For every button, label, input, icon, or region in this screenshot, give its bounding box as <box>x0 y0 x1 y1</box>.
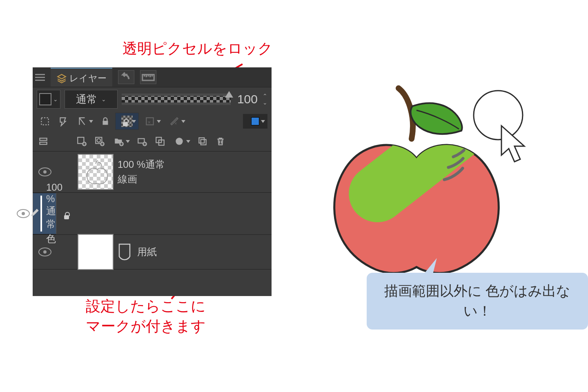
duplicate-layer-button[interactable] <box>194 133 211 149</box>
palette-color-select[interactable]: ⌄ <box>37 90 60 109</box>
new-frame-button[interactable] <box>134 133 150 149</box>
pencil-icon <box>30 207 40 218</box>
transfer-layer-button[interactable] <box>152 133 168 149</box>
svg-rect-6 <box>40 142 47 144</box>
eye-icon <box>17 209 30 218</box>
blend-opacity-row: ⌄ 通常⌄ 100 ⌃⌄ <box>33 87 272 111</box>
lock-transparent-icon <box>121 116 133 127</box>
visibility-toggle[interactable] <box>33 247 57 256</box>
eye-icon <box>38 247 51 256</box>
reference-layer-button[interactable] <box>55 113 71 129</box>
illustration-apple <box>302 82 539 294</box>
layer-row-paper[interactable]: 用紙 <box>33 234 272 270</box>
svg-rect-5 <box>40 138 47 140</box>
layer-row-lineart[interactable]: 100 %通常 線画 <box>33 151 272 193</box>
layer-thumbnail <box>78 154 114 190</box>
edit-indicator[interactable] <box>30 207 40 220</box>
layer-opacity-line: 100 %通常 <box>118 158 165 171</box>
eye-icon <box>38 167 51 176</box>
new-vector-layer-button[interactable] <box>91 133 108 149</box>
color-swatch-icon <box>39 93 51 105</box>
layer-name: 用紙 <box>137 245 157 258</box>
tab-layers[interactable]: レイヤー <box>51 68 112 87</box>
svg-rect-19 <box>201 140 206 145</box>
layer-thumbnail <box>78 234 114 270</box>
mask-dropdown[interactable]: × <box>140 113 163 129</box>
callout-text: 描画範囲以外に 色がはみ出ない！ <box>384 283 570 318</box>
delete-layer-button[interactable] <box>212 133 229 149</box>
cursor-icon <box>501 126 524 162</box>
svg-point-10 <box>97 139 101 143</box>
svg-point-17 <box>176 138 183 145</box>
layer-tool-row-1: × × <box>33 111 272 131</box>
lock-transparent-pixels-button[interactable] <box>115 113 139 130</box>
undo-button[interactable] <box>118 70 134 84</box>
opacity-value: 100 <box>237 92 258 106</box>
ruler-dropdown[interactable]: × <box>165 113 188 129</box>
visibility-toggle[interactable] <box>33 167 57 176</box>
visibility-toggle[interactable] <box>17 209 30 218</box>
blend-mode-label: 通常 <box>76 92 97 107</box>
opacity-slider[interactable] <box>122 94 231 105</box>
undo-icon <box>118 69 134 85</box>
clip-mask-button[interactable] <box>37 113 53 129</box>
settings-button[interactable] <box>140 70 156 84</box>
new-raster-layer-button[interactable] <box>74 133 90 149</box>
ruler-icon <box>140 69 156 85</box>
svg-rect-18 <box>199 138 204 143</box>
layer-color-chip <box>251 117 259 125</box>
layer-panel: レイヤー ⌄ 通常⌄ 100 ⌃⌄ × × <box>33 67 272 296</box>
layer-color-dropdown[interactable] <box>243 114 267 129</box>
layer-meta: 100 %通常 色 <box>46 182 62 245</box>
panel-titlebar: レイヤー <box>33 67 272 87</box>
layer-thumbnail <box>40 196 42 232</box>
opacity-stepper[interactable]: ⌃⌄ <box>263 93 267 106</box>
annotation-lock-transparent: 透明ピクセルをロック <box>122 39 273 59</box>
paper-icon <box>118 243 131 261</box>
layer-opacity-line: 100 %通常 <box>46 182 62 231</box>
tab-label: レイヤー <box>69 72 107 85</box>
layer-meta: 用紙 <box>118 243 157 261</box>
panel-view-button[interactable] <box>35 133 51 149</box>
layer-name: 色 <box>46 232 62 245</box>
new-folder-button[interactable] <box>109 133 132 149</box>
annotation-mark: 設定したらここに マークが付きます <box>86 296 206 336</box>
svg-point-21 <box>474 91 523 140</box>
lock-button[interactable] <box>97 113 114 129</box>
blend-mode-select[interactable]: 通常⌄ <box>65 90 118 109</box>
svg-text:×: × <box>174 121 177 126</box>
svg-rect-1 <box>103 121 108 125</box>
draft-layer-button[interactable] <box>73 113 96 129</box>
svg-text:×: × <box>148 119 151 125</box>
layer-tool-row-2 <box>33 131 272 151</box>
merge-layer-button[interactable] <box>170 133 193 149</box>
layer-row-color[interactable]: 100 %通常 色 <box>33 193 56 234</box>
svg-rect-0 <box>41 118 48 125</box>
layer-meta: 100 %通常 線画 <box>118 158 165 186</box>
callout-bubble: 描画範囲以外に 色がはみ出ない！ <box>367 273 588 330</box>
layer-name: 線画 <box>118 173 165 186</box>
panel-menu-icon[interactable] <box>35 74 45 81</box>
layers-icon <box>56 73 67 84</box>
